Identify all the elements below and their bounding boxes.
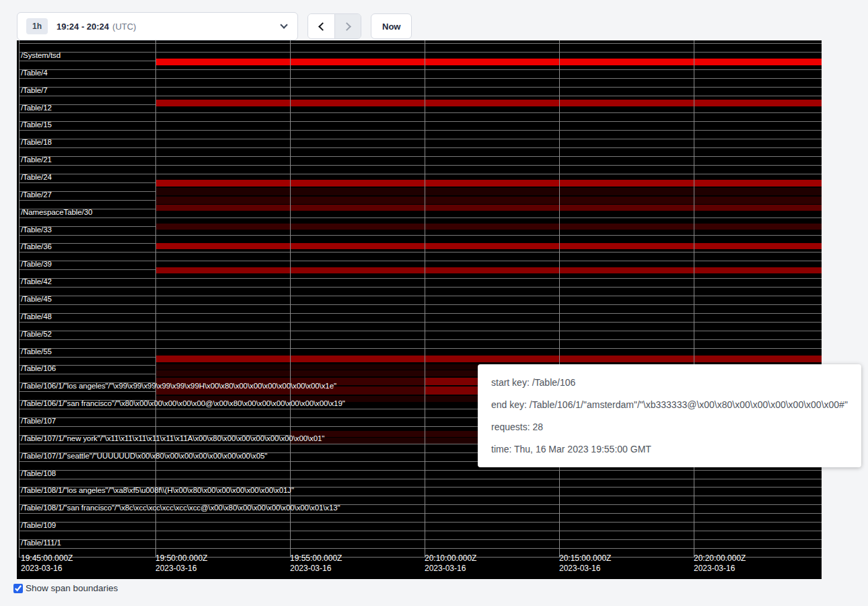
span-key-label: /Table/106 bbox=[21, 364, 56, 372]
heatmap-band[interactable] bbox=[155, 180, 822, 187]
tick-time: 20:15:00.000Z bbox=[559, 553, 611, 564]
span-boundary-line bbox=[19, 69, 822, 70]
span-key-label: /Table/48 bbox=[21, 312, 52, 321]
now-button[interactable]: Now bbox=[371, 13, 412, 39]
span-boundary-line bbox=[19, 261, 822, 261]
time-grid-line bbox=[694, 40, 694, 558]
heatmap-band[interactable] bbox=[155, 267, 822, 273]
span-boundary-line bbox=[19, 121, 822, 122]
span-boundary-line bbox=[19, 522, 822, 523]
span-key-label: /Table/42 bbox=[21, 277, 52, 285]
heatmap-band[interactable] bbox=[155, 243, 822, 249]
footer: Show span boundaries bbox=[13, 583, 118, 593]
span-key-label: /Table/4 bbox=[21, 69, 47, 77]
tick-date: 2023-03-16 bbox=[694, 564, 746, 574]
time-nav-group bbox=[308, 13, 361, 39]
heatmap-band[interactable] bbox=[155, 188, 822, 195]
tick-date: 2023-03-16 bbox=[559, 564, 611, 574]
span-boundary-line bbox=[19, 479, 822, 479]
span-key-label: /NamespaceTable/30 bbox=[21, 208, 92, 216]
span-key-label: /Table/24 bbox=[21, 173, 52, 181]
span-boundary-line bbox=[19, 130, 822, 131]
span-boundary-line bbox=[19, 235, 822, 236]
tooltip-end-key: end key: /Table/106/1/"amsterdam"/"\xb33… bbox=[491, 394, 848, 416]
span-key-label: /Table/15 bbox=[21, 121, 52, 129]
prev-time-button[interactable] bbox=[308, 14, 334, 38]
chevron-left-icon bbox=[318, 22, 327, 31]
toolbar: 1h 19:24 - 20:24 (UTC) Now bbox=[17, 12, 412, 40]
tick-time: 19:55:00.000Z bbox=[290, 553, 342, 564]
span-boundary-line bbox=[19, 278, 822, 279]
span-boundary-line bbox=[19, 470, 822, 471]
span-boundary-line bbox=[19, 322, 822, 323]
show-span-boundaries-label[interactable]: Show span boundaries bbox=[26, 583, 118, 593]
heatmap-band[interactable] bbox=[155, 59, 822, 65]
span-boundary-line bbox=[19, 165, 822, 166]
span-key-label: /Table/108 bbox=[21, 469, 56, 477]
span-key-label: /Table/107/1/"seattle"/"UUUUUUD\x00\x80\… bbox=[21, 452, 267, 460]
key-visualizer-canvas[interactable]: /System/tsd/Table/4/Table/7/Table/12/Tab… bbox=[17, 40, 822, 579]
span-key-label: /Table/109 bbox=[21, 521, 56, 529]
tick-date: 2023-03-16 bbox=[21, 564, 73, 574]
span-key-label: /Table/107 bbox=[21, 417, 56, 425]
heatmap-band[interactable] bbox=[155, 205, 822, 211]
tick-time: 19:45:00.000Z bbox=[21, 553, 73, 564]
span-boundary-line bbox=[19, 174, 822, 174]
time-axis-tick: 20:15:00.000Z2023-03-16 bbox=[559, 553, 611, 574]
span-boundary-line bbox=[19, 252, 822, 252]
show-span-boundaries-checkbox[interactable] bbox=[13, 584, 23, 593]
span-key-label: /Table/108/1/"san francisco"/"\x8c\xcc\x… bbox=[21, 504, 340, 512]
span-boundary-line bbox=[19, 156, 822, 157]
next-time-button[interactable] bbox=[334, 14, 361, 38]
heatmap-band[interactable] bbox=[155, 100, 822, 106]
time-axis-tick: 20:10:00.000Z2023-03-16 bbox=[425, 553, 476, 574]
span-key-label: /Table/55 bbox=[21, 347, 52, 356]
span-key-label: /Table/18 bbox=[21, 138, 52, 146]
span-boundary-line bbox=[19, 331, 822, 331]
span-key-label: /Table/52 bbox=[21, 330, 52, 338]
time-grid-line bbox=[290, 40, 291, 558]
span-boundary-line bbox=[19, 339, 822, 340]
heatmap-band[interactable] bbox=[155, 224, 822, 230]
heatmap-band[interactable] bbox=[155, 356, 822, 362]
span-key-label: /Table/106/1/"los angeles"/"\x99\x99\x99… bbox=[21, 382, 336, 390]
span-boundary-line bbox=[19, 43, 822, 44]
tick-date: 2023-03-16 bbox=[425, 564, 476, 574]
time-grid-line bbox=[155, 40, 156, 558]
span-boundary-line bbox=[19, 139, 822, 139]
span-boundary-line bbox=[19, 296, 822, 296]
span-key-label: /Table/39 bbox=[21, 260, 52, 268]
tick-time: 19:50:00.000Z bbox=[155, 553, 207, 564]
tick-time: 20:20:00.000Z bbox=[694, 553, 746, 564]
tick-date: 2023-03-16 bbox=[290, 564, 342, 574]
range-timezone: (UTC) bbox=[112, 22, 136, 32]
tick-time: 20:10:00.000Z bbox=[425, 553, 476, 564]
span-key-label: /System/tsd bbox=[21, 51, 61, 59]
span-boundary-line bbox=[19, 217, 822, 218]
span-key-label: /Table/27 bbox=[21, 191, 52, 199]
tooltip-start-key: start key: /Table/106 bbox=[491, 372, 848, 394]
span-key-label: /Table/7 bbox=[21, 86, 47, 94]
time-range-select[interactable]: 1h 19:24 - 20:24 (UTC) bbox=[17, 12, 298, 40]
time-grid-line bbox=[425, 40, 425, 558]
span-boundary-line bbox=[19, 87, 822, 88]
tooltip-time: time: Thu, 16 Mar 2023 19:55:00 GMT bbox=[491, 438, 848, 461]
span-boundary-line bbox=[19, 78, 822, 79]
chevron-down-icon bbox=[280, 21, 287, 28]
span-boundary-line bbox=[19, 304, 822, 305]
span-boundary-line bbox=[19, 513, 822, 514]
time-grid-line bbox=[559, 40, 560, 558]
span-key-label: /Table/36 bbox=[21, 242, 52, 250]
time-grid-line bbox=[19, 40, 20, 558]
span-boundary-line bbox=[19, 531, 822, 531]
span-boundary-line bbox=[19, 96, 822, 96]
time-axis-tick: 20:20:00.000Z2023-03-16 bbox=[694, 553, 746, 574]
span-key-label: /Table/106/1/"san francisco"/"\x80\x00\x… bbox=[21, 399, 345, 407]
heatmap-band[interactable] bbox=[155, 197, 822, 204]
time-axis-tick: 19:45:00.000Z2023-03-16 bbox=[21, 553, 73, 574]
span-boundary-line bbox=[19, 112, 822, 113]
span-key-label: /Table/21 bbox=[21, 156, 52, 164]
tooltip-requests: requests: 28 bbox=[491, 416, 848, 438]
span-key-label: /Table/33 bbox=[21, 226, 52, 234]
span-key-label: /Table/111/1 bbox=[21, 539, 61, 547]
